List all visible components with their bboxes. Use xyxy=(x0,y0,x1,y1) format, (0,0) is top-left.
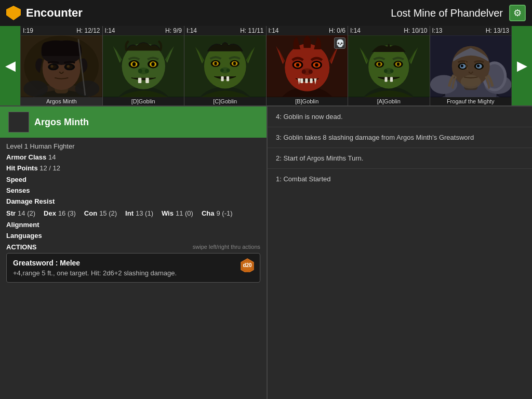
bgoblin-stats: I:14 H: 0/6 xyxy=(267,26,348,35)
initiative-bar: ◀ I:19 H: 12/12 xyxy=(0,26,532,107)
frogauf-hp: H: 13/13 xyxy=(486,27,509,34)
combatant-frogauf[interactable]: I:13 H: 13/13 xyxy=(430,26,512,105)
dgoblin-initiative: I:14 xyxy=(105,27,115,34)
svg-rect-93 xyxy=(390,77,393,82)
action-name: Greatsword : Melee xyxy=(13,259,254,267)
dex-val: 16 (3) xyxy=(58,209,76,217)
svg-rect-51 xyxy=(221,76,223,81)
svg-point-3 xyxy=(23,81,48,97)
cgoblin-name: [C]Goblin xyxy=(184,97,266,105)
log-entry-4: 4: Goblin is now dead. xyxy=(268,107,532,127)
armor-class-label: Armor Class xyxy=(6,153,46,161)
ability-wis: Wis 11 (0) xyxy=(162,209,193,217)
action-desc: +4,range 5 ft., one target. Hit: 2d6+2 s… xyxy=(13,269,254,277)
hit-points-row: Hit Points 12 / 12 xyxy=(6,164,260,173)
con-label: Con xyxy=(84,209,97,217)
svg-text:d20: d20 xyxy=(243,262,252,268)
hit-points-label: Hit Points xyxy=(6,164,38,172)
combatant-dgoblin[interactable]: I:14 H: 9/9 xyxy=(103,26,185,105)
actions-label: ACTIONS xyxy=(6,243,37,251)
actions-header: ACTIONS swipe left/right thru actions xyxy=(6,243,260,251)
dgoblin-portrait xyxy=(103,35,184,97)
header: Encounter Lost Mine of Phandelver ⚙ xyxy=(0,0,532,26)
left-arrow-icon: ◀ xyxy=(5,58,16,74)
argos-hp: H: 12/12 xyxy=(76,27,100,34)
argos-portrait xyxy=(21,35,102,97)
dex-label: Dex xyxy=(44,209,56,217)
log-3-text: 3: Goblin takes 8 slashing damage from A… xyxy=(276,134,474,141)
campaign-title: Lost Mine of Phandelver xyxy=(391,7,503,19)
int-val: 13 (1) xyxy=(136,209,153,217)
cgoblin-initiative: I:14 xyxy=(187,27,197,34)
frogauf-initiative: I:13 xyxy=(432,27,443,34)
log-entry-3: 3: Goblin takes 8 slashing damage from A… xyxy=(268,127,532,148)
dgoblin-hp: H: 9/9 xyxy=(165,27,182,34)
agoblin-portrait xyxy=(348,35,430,97)
bgoblin-initiative: I:14 xyxy=(269,27,279,34)
svg-point-90 xyxy=(384,69,388,73)
svg-rect-71 xyxy=(300,78,303,83)
svg-point-87 xyxy=(378,62,380,66)
combatant-argos-stats: I:19 H: 12/12 xyxy=(21,26,102,35)
nav-left-button[interactable]: ◀ xyxy=(0,26,21,105)
frogauf-portrait xyxy=(430,35,512,97)
gear-icon: ⚙ xyxy=(513,7,522,19)
svg-point-109 xyxy=(476,64,479,67)
settings-button[interactable]: ⚙ xyxy=(509,5,526,21)
svg-point-103 xyxy=(460,75,481,88)
svg-rect-73 xyxy=(310,78,312,83)
character-name-bar: Argos Minth xyxy=(0,107,267,138)
bgoblin-name: [B]Goblin xyxy=(267,97,348,105)
svg-point-32 xyxy=(144,69,149,73)
combatant-argos[interactable]: I:19 H: 12/12 xyxy=(21,26,103,105)
main-content: Argos Minth Level 1 Human Fighter Armor … xyxy=(0,107,532,399)
svg-point-46 xyxy=(214,62,217,65)
wis-val: 11 (0) xyxy=(176,209,193,217)
combatant-cgoblin[interactable]: I:14 H: 11/11 xyxy=(184,26,267,105)
svg-point-70 xyxy=(308,70,312,74)
svg-rect-34 xyxy=(145,78,149,83)
wis-label: Wis xyxy=(162,209,174,217)
int-label: Int xyxy=(125,209,134,217)
alignment-row: Alignment xyxy=(6,220,260,230)
con-val: 15 (2) xyxy=(99,209,117,217)
ability-row: Str 14 (2) Dex 16 (3) Con 15 (2) Int 13 … xyxy=(6,209,260,217)
log-2-text: 2: Start of Argos Minths Turn. xyxy=(276,154,363,162)
ability-int: Int 13 (1) xyxy=(125,209,153,217)
combatant-agoblin[interactable]: I:14 H: 10/10 xyxy=(348,26,430,105)
svg-point-108 xyxy=(460,64,463,67)
hit-points-value: 12 / 12 xyxy=(39,164,60,172)
ability-cha: Cha 9 (-1) xyxy=(202,209,233,217)
damage-resist-row: Damage Resist xyxy=(6,197,260,206)
action-card[interactable]: Greatsword : Melee +4,range 5 ft., one t… xyxy=(6,253,260,283)
svg-rect-92 xyxy=(384,77,387,82)
agoblin-name: [A]Goblin xyxy=(348,97,430,105)
ability-str: Str 14 (2) xyxy=(6,209,35,217)
level-desc: Level 1 Human Fighter xyxy=(6,142,75,150)
svg-point-28 xyxy=(132,62,136,66)
ability-con: Con 15 (2) xyxy=(84,209,117,217)
svg-point-13 xyxy=(67,65,70,68)
right-arrow-icon: ▶ xyxy=(517,58,527,74)
svg-point-91 xyxy=(390,69,394,73)
senses-label: Senses xyxy=(6,187,30,194)
alignment-label: Alignment xyxy=(6,221,39,229)
svg-point-4 xyxy=(75,81,99,97)
cha-val: 9 (-1) xyxy=(217,209,233,217)
combatants-row: I:19 H: 12/12 xyxy=(21,26,511,105)
header-right: Lost Mine of Phandelver ⚙ xyxy=(391,5,526,21)
damage-resist-label: Damage Resist xyxy=(6,197,55,205)
svg-point-50 xyxy=(227,69,230,72)
svg-rect-72 xyxy=(305,78,308,83)
log-entry-1: 1: Combat Started xyxy=(268,169,532,189)
combatant-bgoblin[interactable]: I:14 H: 0/6 xyxy=(267,26,349,105)
nav-right-button[interactable]: ▶ xyxy=(511,26,532,105)
dice-icon[interactable]: d20 xyxy=(240,258,255,272)
str-label: Str xyxy=(6,209,16,217)
argos-initiative: I:19 xyxy=(23,27,33,34)
bgoblin-hp: H: 0/6 xyxy=(329,27,345,34)
cgoblin-stats: I:14 H: 11/11 xyxy=(184,26,266,35)
character-name: Argos Minth xyxy=(34,117,89,128)
agoblin-initiative: I:14 xyxy=(350,27,361,34)
languages-label: Languages xyxy=(6,232,42,240)
